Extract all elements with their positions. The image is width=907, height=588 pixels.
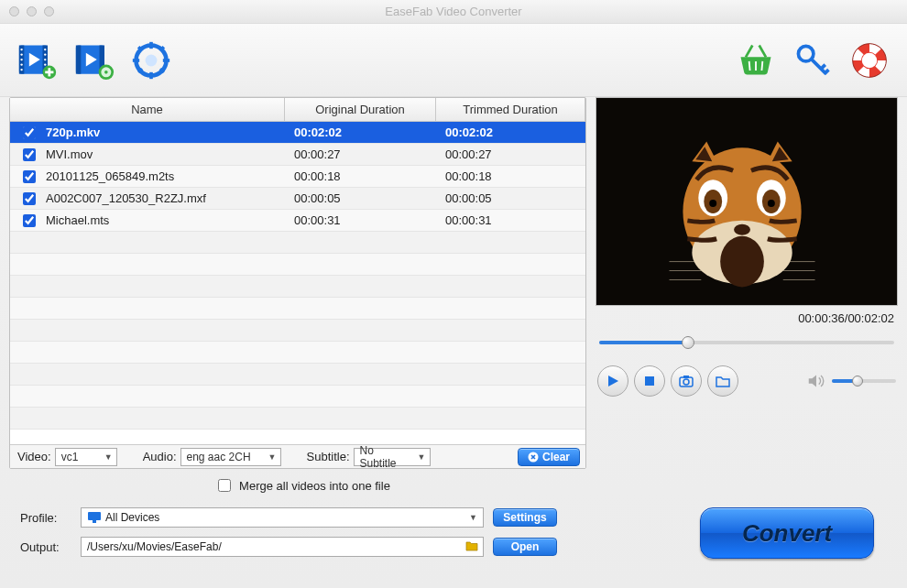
svg-point-51 <box>768 200 775 207</box>
add-video-button[interactable] <box>16 39 59 82</box>
svg-point-10 <box>44 58 46 60</box>
seek-bar[interactable] <box>599 334 894 351</box>
table-row[interactable]: MVI.mov00:00:2700:00:27 <box>10 144 585 166</box>
trimmed-duration: 00:00:27 <box>436 144 585 165</box>
audio-track-label: Audio: <box>143 450 177 463</box>
row-checkbox[interactable] <box>23 192 36 205</box>
table-row[interactable]: Michael.mts00:00:3100:00:31 <box>10 210 585 232</box>
svg-point-5 <box>20 58 22 60</box>
table-row[interactable]: 20101125_065849.m2ts00:00:1800:00:18 <box>10 166 585 188</box>
merge-row: Merge all videos into one file <box>0 474 907 496</box>
convert-button-label: Convert <box>742 519 832 548</box>
merge-label[interactable]: Merge all videos into one file <box>239 479 390 493</box>
table-row-empty <box>10 298 585 320</box>
film-add-icon <box>17 40 58 81</box>
key-icon <box>792 40 833 81</box>
preview-pane: 00:00:36/00:02:02 <box>596 97 898 469</box>
svg-point-45 <box>720 236 764 288</box>
video-track-select[interactable]: vc1 <box>55 448 117 466</box>
video-preview[interactable] <box>596 97 898 306</box>
svg-line-36 <box>761 60 762 70</box>
volume-icon <box>806 371 826 391</box>
row-checkbox[interactable] <box>23 148 36 161</box>
open-output-button[interactable]: Open <box>493 538 557 556</box>
svg-point-6 <box>20 63 22 65</box>
help-button[interactable] <box>848 39 891 82</box>
output-path-input[interactable]: /Users/xu/Movies/EaseFab/ <box>81 537 484 557</box>
file-name: 720p.mkv <box>46 125 100 139</box>
stop-button[interactable] <box>634 365 665 397</box>
trimmed-duration: 00:00:05 <box>436 188 585 209</box>
open-snapshot-folder-button[interactable] <box>707 365 738 397</box>
basket-icon <box>736 40 776 81</box>
profile-value: All Devices <box>105 511 159 524</box>
row-checkbox[interactable] <box>23 126 36 139</box>
profile-select[interactable]: All Devices <box>81 507 484 528</box>
track-strip: Video: vc1 Audio: eng aac 2CH Subtitle: … <box>10 444 585 468</box>
table-row[interactable]: A002C007_120530_R2ZJ.mxf00:00:0500:00:05 <box>10 188 585 210</box>
trimmed-duration: 00:00:31 <box>436 210 585 231</box>
window-titlebar: EaseFab Video Converter <box>0 0 907 24</box>
open-output-label: Open <box>511 540 540 553</box>
file-name: A002C007_120530_R2ZJ.mxf <box>46 191 206 205</box>
file-name: MVI.mov <box>46 147 93 161</box>
merge-checkbox[interactable] <box>218 479 231 492</box>
svg-rect-54 <box>645 376 654 386</box>
browse-folder-icon[interactable] <box>465 540 478 551</box>
original-duration: 00:00:18 <box>285 166 436 187</box>
trimmed-duration: 00:00:18 <box>436 166 585 187</box>
row-checkbox[interactable] <box>23 214 36 227</box>
settings-button[interactable] <box>130 39 172 82</box>
column-header-trimmed[interactable]: Trimmed Duration <box>436 98 585 121</box>
svg-point-8 <box>44 48 46 49</box>
total-time: 00:02:02 <box>847 311 894 325</box>
folder-icon <box>716 375 730 387</box>
add-dvd-button[interactable] <box>73 39 115 82</box>
camera-icon <box>679 375 694 387</box>
subtitle-track-select[interactable]: No Subtitle <box>354 448 431 466</box>
svg-rect-56 <box>683 376 689 378</box>
volume-slider[interactable] <box>832 379 896 383</box>
profile-settings-label: Settings <box>503 511 546 524</box>
preview-frame-icon <box>596 98 897 305</box>
table-row-empty <box>10 276 585 298</box>
video-track-label: Video: <box>17 450 51 463</box>
clear-button[interactable]: Clear <box>518 448 580 466</box>
svg-point-52 <box>734 224 750 235</box>
table-row-empty <box>10 364 585 386</box>
play-icon <box>606 374 620 388</box>
lifebuoy-icon <box>849 40 890 81</box>
file-name: 20101125_065849.m2ts <box>46 169 174 183</box>
stop-icon <box>643 375 656 387</box>
svg-point-11 <box>44 63 46 65</box>
svg-rect-28 <box>163 59 169 62</box>
svg-point-3 <box>20 48 22 49</box>
table-row-empty <box>10 232 585 254</box>
snapshot-button[interactable] <box>671 365 702 397</box>
subtitle-track-label: Subtitle: <box>307 450 350 463</box>
svg-point-39 <box>862 52 878 68</box>
gear-icon <box>131 40 171 81</box>
play-button[interactable] <box>597 365 628 397</box>
column-header-original[interactable]: Original Duration <box>285 98 436 121</box>
audio-track-select[interactable]: eng aac 2CH <box>180 448 281 466</box>
svg-point-4 <box>20 53 22 55</box>
svg-rect-18 <box>76 45 82 73</box>
toolbar <box>0 24 907 97</box>
table-row-empty <box>10 320 585 342</box>
row-checkbox[interactable] <box>23 170 36 183</box>
convert-button[interactable]: Convert <box>700 507 874 559</box>
svg-point-50 <box>709 200 716 207</box>
svg-rect-27 <box>133 59 139 62</box>
svg-point-33 <box>146 54 158 66</box>
clear-icon <box>528 452 539 463</box>
column-header-name[interactable]: Name <box>10 98 285 121</box>
original-duration: 00:00:27 <box>285 144 436 165</box>
trimmed-duration: 00:02:02 <box>436 122 585 143</box>
window-title: EaseFab Video Converter <box>0 5 907 18</box>
buy-button[interactable] <box>735 39 777 82</box>
table-row[interactable]: 720p.mkv00:02:0200:02:02 <box>10 122 585 144</box>
profile-settings-button[interactable]: Settings <box>493 508 557 527</box>
table-row-empty <box>10 408 585 430</box>
register-button[interactable] <box>792 39 834 82</box>
